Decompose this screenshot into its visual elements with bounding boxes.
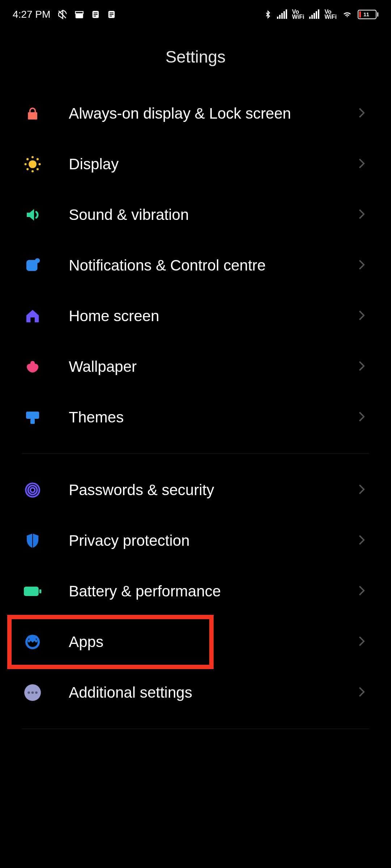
notification-icon xyxy=(22,255,43,276)
item-label: Additional settings xyxy=(43,683,358,703)
svg-point-13 xyxy=(31,170,34,172)
svg-rect-28 xyxy=(39,589,42,593)
chevron-right-icon xyxy=(358,209,369,221)
svg-point-12 xyxy=(31,156,34,158)
section-divider xyxy=(22,454,369,454)
svg-rect-4 xyxy=(94,13,98,13)
battery-indicator: 11 xyxy=(358,10,378,19)
svg-rect-27 xyxy=(24,587,39,596)
section-divider xyxy=(22,729,369,729)
settings-item-notifications[interactable]: Notifications & Control centre xyxy=(22,240,369,291)
chevron-right-icon xyxy=(358,158,369,170)
settings-item-sound[interactable]: Sound & vibration xyxy=(22,190,369,240)
settings-item-themes[interactable]: Themes xyxy=(22,392,369,443)
svg-point-18 xyxy=(26,168,29,170)
chevron-right-icon xyxy=(358,361,369,373)
page-title: Settings xyxy=(0,29,391,88)
battery-icon xyxy=(22,580,43,602)
calendar-icon xyxy=(74,9,84,20)
svg-rect-23 xyxy=(30,419,35,424)
settings-list: Always-on display & Lock screen Display … xyxy=(0,88,391,729)
svg-rect-8 xyxy=(110,13,114,13)
svg-point-15 xyxy=(38,163,41,165)
settings-item-passwords[interactable]: Passwords & security xyxy=(22,465,369,515)
svg-point-16 xyxy=(26,158,29,160)
settings-item-always-on-display[interactable]: Always-on display & Lock screen xyxy=(22,88,369,139)
home-icon xyxy=(22,305,43,327)
privacy-icon xyxy=(22,530,43,552)
theme-icon xyxy=(22,407,43,428)
status-left: 4:27 PM xyxy=(13,9,116,20)
mute-icon xyxy=(57,9,68,20)
chevron-right-icon xyxy=(358,310,369,322)
svg-point-32 xyxy=(31,692,34,694)
svg-point-11 xyxy=(29,160,37,168)
svg-rect-6 xyxy=(94,16,96,16)
svg-point-17 xyxy=(37,158,39,160)
bluetooth-icon xyxy=(264,9,272,20)
svg-point-19 xyxy=(37,168,39,170)
apps-icon xyxy=(22,631,43,653)
brightness-icon xyxy=(22,153,43,175)
item-label: Notifications & Control centre xyxy=(43,256,358,276)
more-icon xyxy=(22,682,43,703)
svg-point-25 xyxy=(28,486,37,495)
item-label: Passwords & security xyxy=(43,480,358,500)
item-label: Home screen xyxy=(43,306,358,326)
status-time: 4:27 PM xyxy=(13,9,50,20)
svg-rect-22 xyxy=(26,412,39,419)
wallpaper-icon xyxy=(22,356,43,378)
chevron-right-icon xyxy=(358,535,369,547)
item-label: Display xyxy=(43,154,358,174)
chevron-right-icon xyxy=(358,107,369,120)
svg-rect-5 xyxy=(94,14,98,15)
svg-point-21 xyxy=(35,258,40,263)
settings-item-privacy[interactable]: Privacy protection xyxy=(22,515,369,566)
settings-item-battery[interactable]: Battery & performance xyxy=(22,566,369,617)
svg-point-26 xyxy=(30,488,35,493)
chevron-right-icon xyxy=(358,259,369,272)
svg-point-31 xyxy=(28,692,30,694)
settings-item-additional[interactable]: Additional settings xyxy=(22,667,369,718)
chevron-right-icon xyxy=(358,484,369,496)
speaker-icon xyxy=(22,204,43,226)
item-label: Sound & vibration xyxy=(43,205,358,225)
svg-rect-9 xyxy=(110,14,114,15)
chevron-right-icon xyxy=(358,686,369,699)
fingerprint-icon xyxy=(22,479,43,501)
document-icon-2 xyxy=(107,9,116,20)
status-right: VoWiFi VoWiFi 11 xyxy=(264,9,378,20)
document-icon xyxy=(91,9,100,20)
svg-point-14 xyxy=(24,163,26,165)
lock-icon xyxy=(22,103,43,124)
item-label: Wallpaper xyxy=(43,357,358,377)
item-label: Always-on display & Lock screen xyxy=(43,104,358,124)
signal-icon-1 xyxy=(277,10,287,19)
item-label: Battery & performance xyxy=(43,582,358,601)
chevron-right-icon xyxy=(358,411,369,424)
svg-rect-10 xyxy=(110,16,112,16)
item-label: Apps xyxy=(43,632,358,652)
svg-point-33 xyxy=(35,692,38,694)
signal-icon-2 xyxy=(309,10,319,19)
chevron-right-icon xyxy=(358,585,369,597)
vowifi-label-2: VoWiFi xyxy=(324,9,337,20)
status-bar: 4:27 PM VoWiFi VoWiFi 11 xyxy=(0,0,391,29)
settings-item-wallpaper[interactable]: Wallpaper xyxy=(22,341,369,392)
vowifi-label-1: VoWiFi xyxy=(292,9,304,20)
item-label: Themes xyxy=(43,408,358,427)
chevron-right-icon xyxy=(358,636,369,648)
settings-item-display[interactable]: Display xyxy=(22,139,369,190)
settings-item-apps[interactable]: Apps xyxy=(22,617,369,667)
wifi-icon xyxy=(342,10,353,19)
settings-item-home-screen[interactable]: Home screen xyxy=(22,291,369,341)
item-label: Privacy protection xyxy=(43,531,358,551)
